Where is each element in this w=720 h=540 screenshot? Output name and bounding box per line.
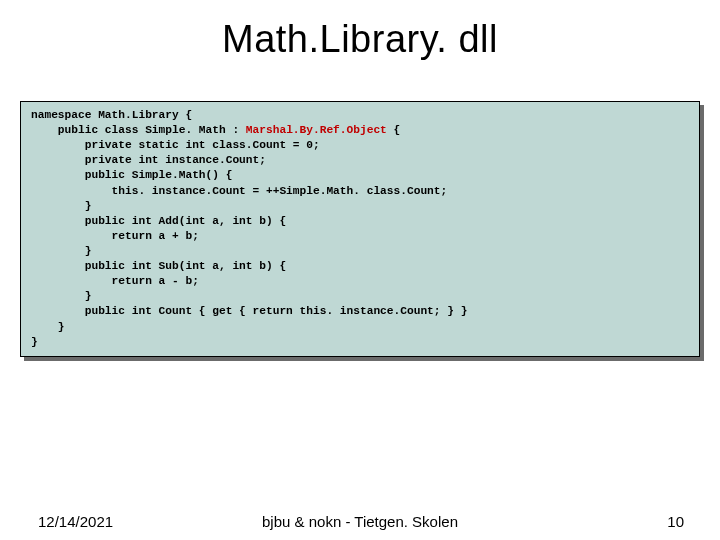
code-line: private int instance.Count;: [31, 154, 266, 166]
code-line: public int Add(int a, int b) {: [31, 215, 286, 227]
footer-author: bjbu & nokn - Tietgen. Skolen: [0, 513, 720, 530]
code-line: public class Simple. Math :: [31, 124, 246, 136]
code-line: public int Sub(int a, int b) {: [31, 260, 286, 272]
code-line: this. instance.Count = ++Simple.Math. cl…: [31, 185, 447, 197]
code-block: namespace Math.Library { public class Si…: [20, 101, 700, 357]
code-block-content: namespace Math.Library { public class Si…: [20, 101, 700, 357]
footer: 12/14/2021 bjbu & nokn - Tietgen. Skolen…: [0, 510, 720, 530]
code-line: {: [387, 124, 400, 136]
code-line: }: [31, 321, 65, 333]
code-line: }: [31, 245, 91, 257]
code-line: public int Count { get { return this. in…: [31, 305, 467, 317]
footer-page-number: 10: [667, 513, 684, 530]
code-line: namespace Math.Library {: [31, 109, 192, 121]
code-line: public Simple.Math() {: [31, 169, 232, 181]
code-line: }: [31, 200, 91, 212]
slide-title: Math.Library. dll: [0, 18, 720, 61]
code-line: }: [31, 290, 91, 302]
slide: Math.Library. dll namespace Math.Library…: [0, 18, 720, 540]
code-line: return a - b;: [31, 275, 199, 287]
code-keyword: Marshal.By.Ref.Object: [246, 124, 387, 136]
code-line: private static int class.Count = 0;: [31, 139, 320, 151]
code-line: return a + b;: [31, 230, 199, 242]
code-line: }: [31, 336, 38, 348]
